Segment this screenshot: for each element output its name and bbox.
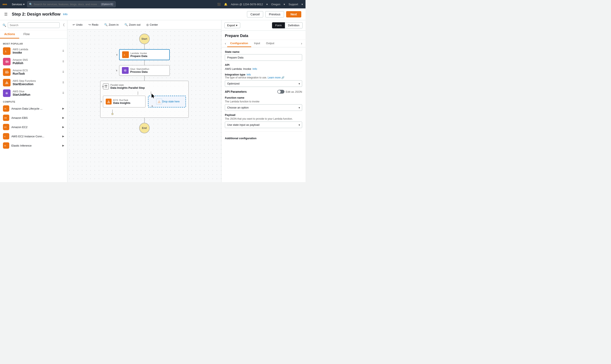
list-item[interactable]: λ AWS Lambda Invoke ⠿ (0, 46, 67, 56)
pause-icon: ⏸ (151, 105, 153, 107)
region-selector[interactable]: Oregon (271, 3, 280, 6)
lambda-icon: λ (3, 47, 11, 55)
list-item[interactable]: IC AWS EC2 Instance Conn... ▶ (0, 132, 67, 141)
ecs-icon: ECS (3, 68, 11, 76)
sns-icon: SNS (3, 58, 11, 65)
list-item[interactable]: DL Amazon Data Lifecycle ... ▶ (0, 104, 67, 113)
chevron-down-icon[interactable]: ▾ (284, 3, 285, 6)
prepare-data-node[interactable]: ⏸ λ Lambda: Invoke Prepare Data (119, 49, 170, 60)
zoom-in-button[interactable]: 🔍 Zoom in (102, 22, 121, 27)
redo-button[interactable]: ↪ Redo (86, 22, 101, 27)
panel-tab-next-arrow[interactable]: › (300, 40, 303, 47)
data-insights-node[interactable]: ⏸ ECS: RunTask Data Insights (103, 96, 145, 107)
aws-search-bar[interactable]: 🔍 [Option+S] (27, 1, 116, 7)
undo-button[interactable]: ↩ Undo (70, 22, 85, 27)
center-button[interactable]: ◎ Center (144, 22, 160, 27)
previous-button[interactable]: Previous (265, 11, 284, 17)
svg-marker-25 (107, 100, 110, 103)
parallel-state-node[interactable]: ⏸ Parallel state Data Insights Parallel … (100, 81, 189, 118)
zoom-out-icon: 🔍 (125, 23, 128, 26)
integration-type-desc: The type of service integration to use. … (225, 76, 302, 79)
list-item[interactable]: EB Amazon EBS ▶ (0, 113, 67, 122)
lambda-node-icon: λ (122, 51, 129, 58)
aws-logo: aws (2, 2, 9, 6)
cancel-button[interactable]: Cancel (247, 11, 264, 17)
start-node[interactable]: Start (139, 34, 150, 44)
chevron-down-icon[interactable]: ▾ (266, 3, 268, 6)
cursor (152, 94, 156, 99)
list-item[interactable]: SNS Amazon SNS Publish ⠿ (0, 56, 67, 67)
api-label: API (225, 63, 302, 66)
integration-type-label: Integration type (225, 73, 246, 76)
nav-right: ⬛ 🔔 Admin @ 1234-5678-9012 ▾ Oregon ▾ Su… (217, 3, 303, 6)
state-name-label: State name (225, 50, 302, 53)
shortcut-badge: [Option+S] (101, 3, 114, 6)
svg-text:EI: EI (4, 145, 6, 147)
bell-icon[interactable]: 🔔 (224, 3, 227, 6)
section-compute: COMPUTE (0, 98, 67, 104)
list-item[interactable]: EC Amazon EC2 ▶ (0, 122, 67, 132)
sidebar-search-input[interactable] (8, 22, 60, 28)
tab-input[interactable]: Input (251, 40, 263, 47)
tab-flow[interactable]: Flow (19, 30, 34, 39)
list-item[interactable]: GL AWS Glue StartJobRun ⠿ (0, 88, 67, 98)
edit-as-json-toggle[interactable] (277, 90, 284, 94)
list-item[interactable]: EI Elastic Inference ▶ (0, 141, 67, 150)
drag-handle[interactable]: ⠿ (62, 71, 64, 74)
next-button[interactable]: Next (286, 11, 301, 17)
payload-select[interactable]: Use state input as payload Enter payload (225, 122, 302, 128)
center-icon: ◎ (146, 23, 149, 26)
zoom-in-icon: 🔍 (104, 23, 108, 26)
cloud-shell-icon[interactable]: ⬛ (217, 3, 221, 6)
canvas-wrapper[interactable]: Start ⏸ λ Lambda: Invoke Prepare Data (67, 29, 221, 182)
definition-view-tab[interactable]: Definition (285, 22, 303, 28)
list-item[interactable]: ECS Amazon ECS RunTask ⠿ (0, 67, 67, 77)
api-info-link[interactable]: Info (252, 67, 257, 70)
drag-handle[interactable]: ⠿ (62, 81, 64, 84)
panel-title: Prepare Data (222, 31, 306, 40)
expand-icon: ▶ (62, 107, 64, 110)
tab-output[interactable]: Output (263, 40, 277, 47)
chevron-down-icon[interactable]: ▾ (302, 3, 303, 6)
hamburger-menu[interactable]: ☰ (4, 12, 8, 17)
user-account[interactable]: Admin @ 1234-5678-9012 (231, 3, 263, 6)
integration-type-info-link[interactable]: Info (247, 73, 251, 76)
pause-icon: ⏸ (100, 101, 102, 103)
payload-select-wrapper: Use state input as payload Enter payload (225, 122, 302, 128)
form-view-tab[interactable]: Form (272, 22, 285, 28)
aws-navbar: aws Services ▾ 🔍 [Option+S] ⬛ 🔔 Admin @ … (0, 0, 306, 8)
end-node[interactable]: End (139, 123, 150, 133)
learn-more-link[interactable]: Learn more 🔗 (268, 76, 284, 79)
drag-handle[interactable]: ⠿ (62, 60, 64, 63)
drag-handle[interactable]: ⠿ (62, 50, 64, 52)
flow-diagram: Start ⏸ λ Lambda: Invoke Prepare Data (100, 34, 189, 133)
zoom-out-button[interactable]: 🔍 Zoom out (122, 22, 143, 27)
support-menu[interactable]: Support (289, 3, 298, 6)
tab-actions[interactable]: Actions (0, 30, 19, 39)
function-name-select[interactable]: Choose an option (225, 104, 302, 111)
integration-type-select[interactable]: Optimized Standard (225, 80, 302, 87)
state-name-input[interactable] (225, 54, 302, 61)
expand-icon: ▶ (62, 135, 64, 138)
sidebar-search-area: 🔍 《 (0, 20, 67, 30)
drag-handle[interactable]: ⠿ (62, 92, 64, 95)
process-data-node[interactable]: ⏸ GL Glue: StartJobRun Process Data (119, 65, 170, 76)
services-button[interactable]: Services ▾ (12, 3, 25, 6)
export-button[interactable]: Export ▾ (224, 23, 240, 28)
sidebar-content: MOST POPULAR λ AWS Lambda Invoke ⠿ SNS A… (0, 39, 67, 182)
collapse-sidebar-button[interactable]: 《 (61, 23, 65, 27)
panel-tab-prev-arrow[interactable]: ‹ (223, 40, 227, 47)
aws-search-input[interactable] (34, 3, 99, 6)
ebs-icon: EB (3, 115, 9, 121)
svg-marker-26 (158, 100, 161, 103)
tab-configuration[interactable]: Configuration (227, 40, 251, 47)
svg-text:λ: λ (5, 50, 7, 53)
connector (144, 44, 145, 49)
list-item[interactable]: SF AWS Step Functions StartExecution ⠿ (0, 77, 67, 88)
svg-text:DL: DL (4, 108, 7, 110)
elastic-inference-icon: EI (3, 142, 9, 149)
header-actions: Cancel Previous Next (247, 11, 301, 17)
search-icon: 🔍 (2, 24, 6, 27)
info-link[interactable]: Info (63, 13, 68, 16)
payload-desc: The JSON that you want to provide to you… (225, 117, 302, 120)
